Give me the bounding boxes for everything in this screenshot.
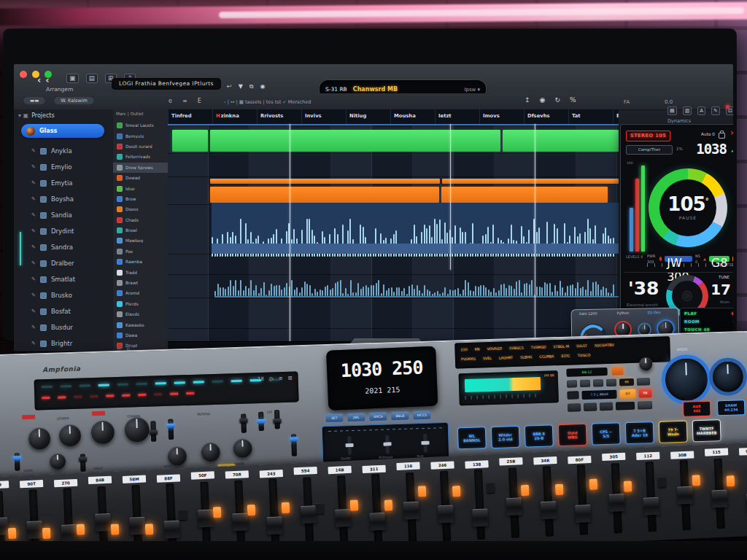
- marker-line[interactable]: [450, 124, 451, 270]
- console-glow-button[interactable]: CPS ~5/5: [592, 422, 621, 445]
- fader-cap[interactable]: [95, 513, 111, 532]
- channel-button-lit[interactable]: [418, 486, 427, 497]
- audio-clip-green[interactable]: [503, 130, 619, 152]
- channel-button-lit[interactable]: [145, 524, 154, 534]
- browser-item[interactable]: Dowad: [113, 173, 168, 183]
- channel-button-lit[interactable]: [77, 524, 85, 534]
- cluster-cell[interactable]: [637, 378, 650, 386]
- mini-fader[interactable]: [80, 454, 86, 472]
- sidebar-item[interactable]: ✎Dralber: [14, 255, 113, 271]
- ruler-label[interactable]: Rrivosts: [257, 109, 301, 124]
- fader-cap[interactable]: [472, 508, 488, 526]
- console-blue-buttons[interactable]: SETJWLSMCABBLBMCCS: [325, 411, 430, 423]
- nav-arrow-icon[interactable]: ‹: [45, 74, 53, 85]
- sidebar-item[interactable]: ✎Brightr: [14, 335, 113, 351]
- panel-slider[interactable]: [423, 434, 427, 453]
- ruler-label[interactable]: Ietzt: [435, 109, 479, 124]
- browser-item[interactable]: Smeal Lausts: [113, 120, 168, 131]
- auto-label[interactable]: Auto 0: [701, 132, 715, 136]
- edit-icon[interactable]: ▼: [239, 83, 243, 90]
- waveform-clip-main[interactable]: [212, 203, 619, 254]
- fader-cap[interactable]: [129, 517, 145, 535]
- fader-cap[interactable]: [0, 517, 8, 535]
- fader-cap[interactable]: [232, 513, 248, 531]
- audio-clip-orange-thin[interactable]: [442, 179, 619, 184]
- cluster-cell[interactable]: [567, 380, 577, 387]
- channel-button-lit[interactable]: [213, 507, 222, 518]
- browser-item[interactable]: Kawaoke: [113, 319, 168, 330]
- strip-icon[interactable]: ⊞: [288, 376, 293, 381]
- fader-cap[interactable]: [643, 497, 659, 516]
- channel-button-lit[interactable]: [624, 481, 632, 491]
- transport-icon[interactable]: ↻: [554, 96, 560, 104]
- browser-item[interactable]: Drew Sprows: [113, 163, 168, 173]
- console-knob[interactable]: [28, 427, 51, 450]
- console-glow-button[interactable]: Wilder2.0 old: [491, 426, 520, 448]
- fader-cap[interactable]: [541, 501, 557, 519]
- ruler-label[interactable]: Invivs: [301, 109, 346, 124]
- fader-cap[interactable]: [335, 509, 351, 527]
- channel-button-lit[interactable]: [42, 528, 51, 539]
- cluster-cell[interactable]: 7.5 L BB48: [581, 390, 616, 400]
- sidebar-item[interactable]: ✎Emytia: [14, 175, 113, 191]
- fader-cap[interactable]: [61, 524, 77, 542]
- console-glow-button[interactable]: WLBANNOL: [457, 427, 487, 449]
- ruler-label[interactable]: Tinfred: [168, 109, 212, 124]
- cluster-cell[interactable]: [611, 367, 623, 375]
- lcd-dropdown[interactable]: Ipsw ▾: [464, 87, 480, 93]
- browser-item[interactable]: Dawa: [113, 330, 168, 341]
- audio-clip-green[interactable]: [172, 130, 208, 152]
- gauge-ring[interactable]: 105° PAUSE: [649, 168, 727, 247]
- strip-icons[interactable]: 18◷≋⊞: [258, 376, 293, 382]
- channel-button[interactable]: [316, 503, 325, 514]
- console-knob[interactable]: [201, 443, 220, 462]
- sidebar-item[interactable]: ✎Brusko: [14, 287, 113, 303]
- fader-cap[interactable]: [438, 505, 454, 524]
- mini-fader[interactable]: [274, 410, 280, 429]
- console-mode-button[interactable]: AUX402: [683, 401, 711, 417]
- sidebar-item[interactable]: ✎Drydint: [14, 223, 113, 239]
- edit-icon[interactable]: ⧉: [249, 83, 254, 90]
- cluster-cell[interactable]: [593, 379, 603, 386]
- preset-dropdown[interactable]: Comp/Ther: [626, 145, 673, 155]
- panel-slider[interactable]: [385, 435, 390, 454]
- channel-button-lit[interactable]: [452, 486, 461, 497]
- sidebar-item[interactable]: ✎Sandia: [14, 207, 113, 223]
- browser-item[interactable]: Doess: [113, 204, 168, 214]
- sidebar-item[interactable]: ✎Anykla: [14, 143, 113, 159]
- cluster-cell[interactable]: RB: [638, 389, 651, 398]
- browser-item[interactable]: Mawbeq: [113, 236, 168, 246]
- nav-arrows[interactable]: ‹‹: [37, 74, 54, 85]
- fader-cap[interactable]: [506, 497, 522, 516]
- browser-item[interactable]: Idue: [113, 183, 168, 193]
- playhead[interactable]: [290, 124, 290, 343]
- jog-wheel-secondary[interactable]: [708, 357, 747, 397]
- lock-icon[interactable]: [719, 133, 725, 139]
- console-blue-button[interactable]: MCCS: [413, 411, 430, 420]
- sidebar-item[interactable]: ✎Smatlat: [14, 271, 113, 287]
- browser-item[interactable]: Plerds: [113, 299, 168, 309]
- mini-icon[interactable]: e: [169, 98, 182, 104]
- channel-button-lit[interactable]: [384, 499, 393, 510]
- browser-item[interactable]: Rawnba: [113, 257, 168, 267]
- console-knob[interactable]: [233, 438, 252, 458]
- browser-item[interactable]: Poe: [113, 246, 168, 257]
- channel-button-lit[interactable]: [8, 528, 17, 539]
- mini-fader[interactable]: [291, 434, 297, 456]
- console-glow-button[interactable]: 79 7-Wadn: [659, 421, 688, 443]
- cluster-cell[interactable]: [584, 402, 597, 411]
- console-blue-button[interactable]: JWL: [347, 413, 365, 421]
- channel-button-lit[interactable]: [247, 505, 256, 516]
- console-glow-button[interactable]: TWNTFMARBBEB: [692, 419, 721, 442]
- fader-cap[interactable]: [267, 516, 283, 534]
- edit-icon[interactable]: ↩: [227, 83, 232, 90]
- channel-button-lit[interactable]: [555, 484, 564, 495]
- view-icon[interactable]: ▤: [667, 106, 677, 115]
- view-icon[interactable]: ▥: [683, 106, 692, 115]
- console-glow-button[interactable]: BBB 820-B: [525, 424, 554, 447]
- cluster-cell[interactable]: [638, 401, 652, 410]
- browser-item[interactable]: Bemyulo: [113, 131, 168, 141]
- marker-line[interactable]: [535, 124, 535, 343]
- transport-icon[interactable]: ◉: [540, 96, 546, 104]
- browser-item[interactable]: Tradd: [113, 267, 168, 277]
